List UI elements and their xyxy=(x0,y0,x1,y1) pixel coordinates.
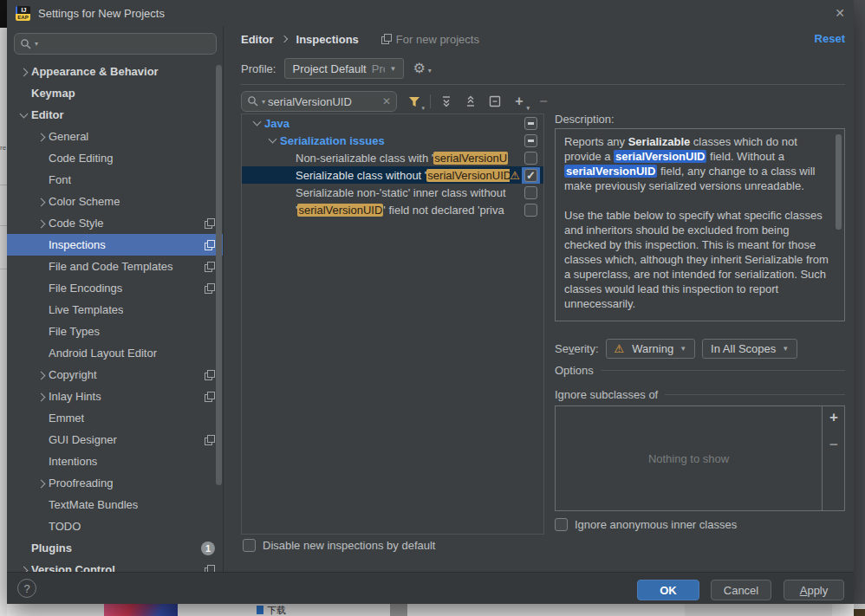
sidebar-item-version-control[interactable]: Version Control xyxy=(7,559,224,572)
clear-search-icon[interactable]: ✕ xyxy=(382,95,391,107)
sidebar-item-plugins[interactable]: Plugins1 xyxy=(7,537,224,559)
chevron-right-icon[interactable] xyxy=(35,477,49,490)
ignore-anonymous-checkbox[interactable] xyxy=(555,518,568,531)
sidebar-item-label: GUI Designer xyxy=(49,433,117,446)
search-icon xyxy=(20,38,32,50)
options-label: Options xyxy=(555,364,594,377)
sidebar-item-label: File Types xyxy=(49,325,100,338)
sidebar-item-general[interactable]: General xyxy=(7,126,224,147)
background-window-fragment xyxy=(685,604,832,616)
inspection-enabled-checkbox[interactable] xyxy=(524,186,537,199)
chevron-right-icon[interactable] xyxy=(35,130,49,144)
sidebar-item-label: File Encodings xyxy=(49,282,122,295)
sidebar-item-keymap[interactable]: Keymap xyxy=(7,82,224,104)
sidebar-item-color-scheme[interactable]: Color Scheme xyxy=(7,191,224,212)
sidebar-item-code-style[interactable]: Code Style xyxy=(7,212,224,234)
sidebar-item-label: Color Scheme xyxy=(49,195,120,208)
tree-group-label: Serialization issues xyxy=(280,134,385,147)
sidebar-item-appearance-behavior[interactable]: Appearance & Behavior xyxy=(7,61,224,82)
sidebar-scrollbar[interactable] xyxy=(216,65,222,485)
inspection-search-input[interactable]: ▾ serialVersionUID ✕ xyxy=(241,91,397,112)
tree-inspection-item[interactable]: 'serialVersionUID' field not declared 'p… xyxy=(242,201,543,218)
inspection-search-value: serialVersionUID xyxy=(268,95,380,108)
tree-inspection-item[interactable]: Serializable class without 'serialVersio… xyxy=(242,166,543,184)
search-icon xyxy=(247,95,259,107)
disable-new-inspections-checkbox[interactable] xyxy=(243,539,256,552)
sidebar-item-file-encodings[interactable]: File Encodings xyxy=(7,277,224,299)
sidebar-item-live-templates[interactable]: Live Templates xyxy=(7,299,224,321)
chevron-right-icon[interactable] xyxy=(17,65,31,79)
scope-value: In All Scopes xyxy=(711,342,776,355)
sidebar-item-file-and-code-templates[interactable]: File and Code Templates xyxy=(7,256,224,277)
copy-icon xyxy=(381,34,392,44)
collapse-all-icon[interactable] xyxy=(462,93,479,110)
reset-inspection-icon[interactable] xyxy=(486,93,504,110)
for-new-projects-label: For new projects xyxy=(396,33,479,46)
inspection-enabled-checkbox[interactable] xyxy=(524,204,537,217)
tree-inspection-item[interactable]: Serializable non-'static' inner class wi… xyxy=(242,184,543,201)
filter-icon[interactable] xyxy=(406,93,423,110)
sidebar-item-inspections[interactable]: Inspections xyxy=(7,234,224,256)
cancel-button[interactable]: Cancel xyxy=(711,580,771,600)
ok-button[interactable]: OK xyxy=(637,580,699,600)
ignore-subclasses-header: Ignore subclasses of xyxy=(555,388,845,401)
sidebar-item-proofreading[interactable]: Proofreading xyxy=(7,472,224,494)
chevron-right-icon xyxy=(281,34,289,44)
remove-class-button[interactable]: − xyxy=(826,438,842,453)
add-icon[interactable]: + xyxy=(511,93,528,110)
tree-group-serialization-issues[interactable]: Serialization issues xyxy=(242,132,543,149)
tree-group-java[interactable]: Java xyxy=(242,114,543,132)
chevron-right-icon[interactable] xyxy=(35,390,49,404)
severity-row: Severity: ⚠ Warning ▼ In All Scopes ▼ xyxy=(555,338,797,359)
chevron-right-icon[interactable] xyxy=(35,368,49,382)
sidebar-item-todo[interactable]: TODO xyxy=(7,515,224,537)
checkbox-cell xyxy=(522,202,540,218)
sidebar-item-inlay-hints[interactable]: Inlay Hints xyxy=(7,386,224,407)
disable-new-inspections-row[interactable]: Disable new inspections by default xyxy=(243,539,435,552)
sidebar-item-file-types[interactable]: File Types xyxy=(7,321,224,342)
disable-new-inspections-label: Disable new inspections by default xyxy=(263,539,435,552)
inspection-enabled-checkbox[interactable] xyxy=(524,169,537,182)
chevron-right-icon[interactable] xyxy=(35,217,49,230)
inspection-enabled-checkbox[interactable] xyxy=(524,134,537,147)
description-scrollbar[interactable] xyxy=(836,134,842,230)
reset-link[interactable]: Reset xyxy=(815,32,845,45)
sidebar-item-gui-designer[interactable]: GUI Designer xyxy=(7,429,224,451)
chevron-down-icon[interactable] xyxy=(250,116,264,130)
sidebar-item-emmet[interactable]: Emmet xyxy=(7,407,224,429)
sidebar-item-font[interactable]: Font xyxy=(7,169,224,191)
chevron-right-icon[interactable] xyxy=(17,563,31,573)
sidebar-search-input[interactable]: ▾ xyxy=(14,33,217,55)
inspection-enabled-checkbox[interactable] xyxy=(524,152,537,165)
chevron-right-icon[interactable] xyxy=(35,195,49,209)
tree-inspection-item[interactable]: Non-serializable class with 'serialVersi… xyxy=(242,149,543,166)
inspection-enabled-checkbox[interactable] xyxy=(524,117,537,130)
scope-select[interactable]: In All Scopes ▼ xyxy=(702,339,797,359)
expand-all-icon[interactable] xyxy=(438,93,455,110)
sidebar-item-label: General xyxy=(49,130,88,143)
sidebar-item-copyright[interactable]: Copyright xyxy=(7,364,224,386)
download-label: 下载 xyxy=(267,604,286,616)
chevron-down-icon[interactable] xyxy=(266,133,280,147)
sidebar-item-intentions[interactable]: Intentions xyxy=(7,451,224,472)
options-section-header: Options xyxy=(555,364,845,377)
profile-select[interactable]: Project Default Project ▼ xyxy=(284,58,404,79)
search-history-caret-icon[interactable]: ▾ xyxy=(262,98,265,106)
close-icon[interactable]: ✕ xyxy=(835,6,845,20)
gear-icon[interactable]: ⚙ xyxy=(413,62,425,75)
chevron-down-icon[interactable] xyxy=(17,108,31,122)
ignore-anonymous-row[interactable]: Ignore anonymous inner classes xyxy=(555,518,737,531)
sidebar-item-textmate-bundles[interactable]: TextMate Bundles xyxy=(7,494,224,515)
breadcrumb-editor[interactable]: Editor xyxy=(241,33,274,46)
sidebar-item-label: Keymap xyxy=(31,87,75,100)
add-class-button[interactable]: + xyxy=(826,410,842,425)
severity-select[interactable]: ⚠ Warning ▼ xyxy=(606,339,696,359)
sidebar-item-android-layout-editor[interactable]: Android Layout Editor xyxy=(7,342,224,364)
sidebar-item-code-editing[interactable]: Code Editing xyxy=(7,147,224,169)
sidebar-item-label: TextMate Bundles xyxy=(49,498,138,511)
apply-button[interactable]: Apply xyxy=(784,580,844,600)
inspection-item-label: Non-serializable class with 'serialVersi… xyxy=(296,152,522,165)
sidebar-item-editor[interactable]: Editor xyxy=(7,104,224,126)
search-history-caret-icon[interactable]: ▾ xyxy=(35,40,38,48)
help-button[interactable]: ? xyxy=(17,579,36,598)
